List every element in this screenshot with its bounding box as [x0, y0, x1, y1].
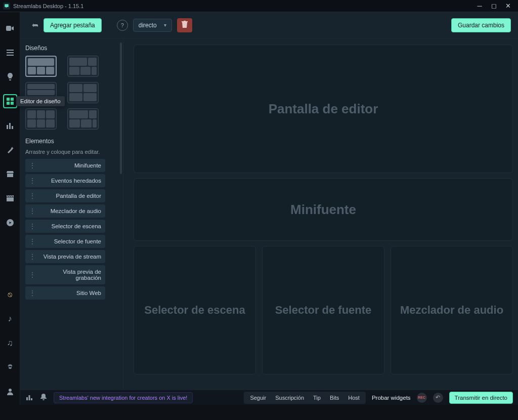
element-item[interactable]: ⋮Eventos heredados: [25, 174, 105, 187]
layout-thumb-1[interactable]: [25, 56, 57, 77]
bell-icon: [40, 393, 47, 402]
rail-expand[interactable]: › ›: [0, 218, 20, 224]
element-item[interactable]: ⋮Selector de escena: [25, 220, 105, 233]
svg-rect-9: [9, 123, 11, 129]
nav-list[interactable]: [3, 46, 17, 60]
layout-thumb-4[interactable]: [67, 82, 99, 103]
close-button[interactable]: ✕: [501, 1, 515, 11]
nav-settings[interactable]: [3, 360, 17, 374]
element-item[interactable]: ⋮Pantalla de editor: [25, 189, 105, 202]
user-icon: [6, 387, 15, 396]
grip-icon: ⋮: [29, 162, 35, 169]
element-list: ⋮Minifuente ⋮Eventos heredados ⋮Pantalla…: [25, 159, 105, 300]
footer-stats-button[interactable]: [25, 394, 33, 402]
trash-icon: [182, 21, 188, 30]
layout-thumbnails: [25, 56, 104, 130]
app-logo-icon: [3, 3, 10, 10]
nav-store[interactable]: [3, 167, 17, 181]
designs-heading: Diseños: [25, 45, 122, 52]
layout-thumb-6[interactable]: [67, 108, 99, 130]
drop-zone-source-selector[interactable]: Selector de fuente: [262, 246, 384, 374]
grip-icon: ⋮: [29, 254, 35, 260]
nav-rail: › › ⍉ ♪ ♫ Editor de diseño: [0, 12, 20, 405]
nav-layout-editor[interactable]: [3, 94, 17, 108]
seg-tip[interactable]: Tip: [309, 394, 325, 402]
element-item[interactable]: ⋮Selector de fuente: [25, 235, 105, 248]
svg-rect-3: [7, 55, 14, 56]
nav-wand[interactable]: [3, 143, 17, 157]
element-item[interactable]: ⋮Vista previa de grabación: [25, 265, 105, 284]
back-arrow-icon[interactable]: ➦: [27, 20, 38, 30]
event-segment: Seguir Suscripción Tip Bits Host: [244, 392, 366, 404]
news-banner[interactable]: Streamlabs' new integration for creators…: [54, 392, 193, 403]
nav-clapper[interactable]: [3, 191, 17, 205]
tooltip-layout-editor: Editor de diseño: [16, 96, 65, 106]
svg-rect-1: [7, 50, 14, 51]
go-live-button[interactable]: Transmitir en directo: [449, 392, 513, 404]
footer-notifications-button[interactable]: [39, 394, 48, 402]
svg-rect-13: [26, 397, 28, 400]
elements-hint: Arrastre y coloque para editar.: [25, 149, 122, 155]
record-button[interactable]: REC: [417, 393, 427, 403]
seg-bits[interactable]: Bits: [326, 394, 343, 402]
nav-bars[interactable]: [3, 118, 17, 133]
save-button[interactable]: Guardar cambios: [451, 18, 511, 32]
grip-icon: ⋮: [29, 238, 35, 244]
tab-select-value: directo: [139, 22, 157, 29]
elements-heading: Elementos: [25, 138, 122, 145]
drop-zone-minisource[interactable]: Minifuente: [134, 178, 513, 241]
delete-tab-button[interactable]: [177, 18, 192, 32]
music-2-icon: ♫: [6, 339, 15, 348]
add-tab-button[interactable]: Agregar pestaña: [44, 18, 102, 32]
question-icon: ?: [121, 22, 124, 28]
svg-rect-6: [7, 102, 10, 105]
nav-music-2[interactable]: ♫: [3, 336, 17, 350]
drop-zone-editor[interactable]: Pantalla de editor: [134, 45, 513, 173]
nav-music[interactable]: ♪: [3, 312, 17, 326]
grip-icon: ⋮: [29, 193, 35, 199]
grip-icon: ⋮: [29, 290, 35, 296]
test-widgets-button[interactable]: Probar widgets: [372, 395, 411, 401]
svg-rect-15: [31, 398, 32, 400]
chart-icon: [26, 393, 32, 402]
wand-icon: [6, 145, 15, 154]
window-title: Streamlabs Desktop - 1.15.1: [13, 3, 83, 9]
svg-rect-14: [29, 395, 30, 400]
svg-rect-8: [7, 125, 8, 129]
nav-bulb[interactable]: [3, 70, 17, 84]
element-item[interactable]: ⋮Sitio Web: [25, 286, 105, 300]
nav-user[interactable]: [3, 385, 17, 399]
music-icon: ♪: [6, 314, 15, 323]
bulb-icon: [6, 72, 15, 81]
titlebar: Streamlabs Desktop - 1.15.1 ─ ◻ ✕: [0, 0, 518, 12]
drop-zone-scene-selector[interactable]: Selector de escena: [134, 246, 256, 374]
layout-thumb-2[interactable]: [67, 56, 99, 77]
grip-icon: ⋮: [29, 272, 35, 278]
drop-zone-audio-mixer[interactable]: Mezclador de audio: [391, 246, 513, 374]
replay-button[interactable]: ↶: [433, 393, 443, 403]
nav-camera[interactable]: [3, 21, 17, 35]
seg-follow[interactable]: Seguir: [246, 394, 270, 402]
element-item[interactable]: ⋮Minifuente: [25, 159, 105, 172]
seg-host[interactable]: Host: [344, 394, 364, 402]
minimize-button[interactable]: ─: [472, 1, 487, 11]
seg-sub[interactable]: Suscripción: [271, 394, 308, 402]
tab-select[interactable]: directo ▾: [133, 19, 172, 32]
chevron-down-icon: ▾: [164, 22, 166, 28]
layout-thumb-5[interactable]: [25, 108, 57, 130]
store-icon: [6, 170, 15, 179]
svg-rect-4: [7, 98, 10, 101]
maximize-button[interactable]: ◻: [487, 1, 501, 11]
grip-icon: ⋮: [29, 178, 35, 184]
sidebar: Diseños: [20, 38, 123, 390]
nav-link1[interactable]: ⍉: [3, 287, 17, 302]
help-button[interactable]: ?: [117, 20, 128, 31]
svg-rect-2: [7, 52, 14, 53]
scrollbar[interactable]: [120, 43, 122, 174]
element-item[interactable]: ⋮Mezclador de audio: [25, 204, 105, 218]
svg-point-12: [9, 389, 12, 392]
svg-rect-7: [11, 102, 14, 105]
grip-icon: ⋮: [29, 223, 35, 229]
element-item[interactable]: ⋮Vista previa de stream: [25, 250, 105, 263]
svg-rect-10: [12, 126, 13, 129]
